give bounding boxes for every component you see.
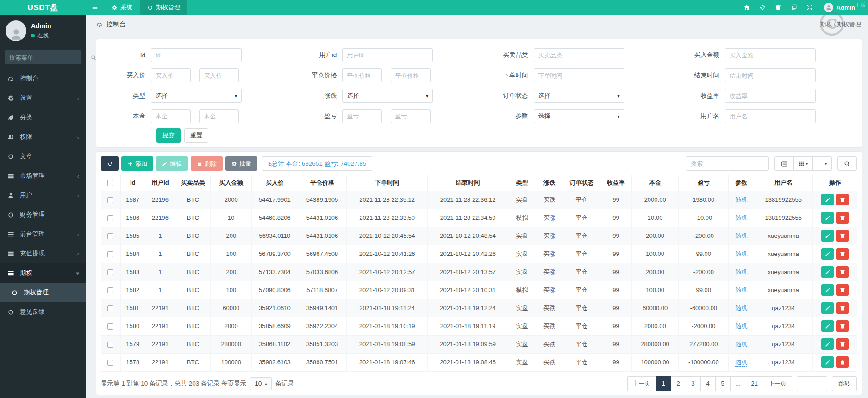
sidebar-item-设置[interactable]: 设置‹ [0, 88, 86, 108]
edit-row-button[interactable] [821, 338, 834, 350]
breadcrumb-parent[interactable]: 期权 [820, 21, 832, 28]
home-button[interactable] [739, 4, 755, 11]
column-header-本金[interactable]: 本金 [631, 175, 679, 191]
edit-row-button[interactable] [821, 212, 834, 224]
page-button-21[interactable]: 21 [746, 376, 763, 391]
row-checkbox[interactable] [107, 197, 113, 203]
sidebar-item-意见反馈[interactable]: 意见反馈 [0, 302, 86, 322]
filter-input-平仓价格-max[interactable] [391, 68, 431, 82]
param-link[interactable]: 随机 [735, 341, 747, 348]
column-header-结束时间[interactable]: 结束时间 [427, 175, 508, 191]
column-header-平仓价格[interactable]: 平仓价格 [298, 175, 347, 191]
refresh-table-button[interactable] [101, 156, 119, 171]
sidebar-item-分类[interactable]: 分类 [0, 108, 86, 127]
param-link[interactable]: 随机 [735, 359, 747, 367]
edit-row-button[interactable] [821, 320, 834, 332]
delete-row-button[interactable] [836, 284, 849, 296]
param-link[interactable]: 随机 [735, 196, 747, 204]
submit-button[interactable]: 提交 [156, 128, 181, 143]
filter-input-买入价-max[interactable] [199, 68, 239, 82]
reset-button[interactable]: 重置 [184, 128, 208, 143]
param-link[interactable]: 随机 [735, 232, 747, 240]
filter-input-买卖品类[interactable] [534, 48, 624, 62]
prev-page-button[interactable]: 上一页 [627, 376, 656, 391]
filter-input-盈亏-min[interactable] [342, 109, 382, 123]
nav-tab-option-management[interactable]: 期权管理 [140, 0, 187, 15]
page-button-4[interactable]: 4 [700, 376, 716, 391]
search-toggle-button[interactable] [837, 156, 857, 171]
row-checkbox[interactable] [107, 269, 113, 275]
filter-input-收益率[interactable] [725, 89, 816, 103]
export-button[interactable]: ▾ [812, 156, 832, 171]
filter-input-平仓价格-min[interactable] [342, 68, 382, 82]
filter-input-本金-max[interactable] [199, 109, 239, 123]
edit-row-button[interactable] [821, 230, 834, 242]
delete-row-button[interactable] [836, 194, 849, 205]
delete-row-button[interactable] [836, 338, 849, 350]
param-link[interactable]: 随机 [735, 250, 747, 258]
column-header-下单时间[interactable]: 下单时间 [347, 175, 428, 191]
filter-input-本金-min[interactable] [151, 109, 191, 123]
filter-select-类型[interactable]: 选择▾ [151, 89, 242, 103]
param-link[interactable]: 随机 [735, 268, 747, 276]
column-header-买卖品类[interactable]: 买卖品类 [175, 175, 211, 191]
delete-row-button[interactable] [836, 230, 849, 242]
column-header-操作[interactable]: 操作 [813, 175, 857, 191]
sidebar-item-文章[interactable]: 文章 [0, 147, 86, 166]
add-button[interactable]: 添加 [121, 156, 153, 171]
param-link[interactable]: 随机 [735, 323, 747, 330]
filter-input-买入金额[interactable] [725, 48, 816, 62]
delete-row-button[interactable] [836, 356, 849, 368]
row-checkbox[interactable] [107, 323, 113, 330]
param-link[interactable]: 随机 [735, 305, 747, 312]
filter-select-参数[interactable]: 选择▾ [534, 109, 624, 123]
sidebar-item-期权[interactable]: 期权▾ [0, 263, 86, 283]
edit-row-button[interactable] [821, 266, 834, 278]
column-header-涨跌[interactable]: 涨跌 [536, 175, 563, 191]
table-search-input[interactable] [686, 156, 769, 171]
edit-row-button[interactable] [821, 302, 834, 314]
delete-row-button[interactable] [836, 212, 849, 224]
column-header-类型[interactable]: 类型 [508, 175, 536, 191]
sidebar-item-市场管理[interactable]: 市场管理‹ [0, 166, 86, 186]
column-header-用户名[interactable]: 用户名 [754, 175, 813, 191]
filter-input-下单时间[interactable] [534, 68, 624, 82]
select-all-checkbox[interactable] [107, 180, 113, 186]
columns-button[interactable]: ▾ [793, 156, 813, 171]
delete-row-button[interactable] [836, 320, 849, 332]
row-checkbox[interactable] [107, 287, 113, 293]
avatar[interactable] [824, 3, 833, 12]
sidebar-toggle-button[interactable] [86, 0, 104, 15]
edit-row-button[interactable] [821, 356, 834, 368]
filter-select-涨跌[interactable]: 选择▾ [342, 89, 433, 103]
delete-row-button[interactable] [836, 266, 849, 278]
column-header-用户id[interactable]: 用户id [145, 175, 175, 191]
row-checkbox[interactable] [107, 233, 113, 239]
sidebar-item-财务管理[interactable]: 财务管理 [0, 205, 86, 224]
filter-select-订单状态[interactable]: 选择▾ [534, 89, 624, 103]
column-header-参数[interactable]: 参数 [729, 175, 754, 191]
filter-input-买入价-min[interactable] [151, 68, 191, 82]
column-header-Id[interactable]: Id [120, 175, 145, 191]
row-checkbox[interactable] [107, 305, 113, 311]
row-checkbox[interactable] [107, 360, 113, 366]
refresh-button[interactable] [755, 4, 770, 11]
delete-row-button[interactable] [836, 248, 849, 260]
sidebar-item-充值提现[interactable]: 充值提现‹ [0, 244, 86, 263]
filter-input-结束时间[interactable] [725, 68, 816, 82]
sidebar-item-用户[interactable]: 用户‹ [0, 186, 86, 205]
batch-button[interactable]: 批量 [225, 156, 257, 171]
row-checkbox[interactable] [107, 251, 113, 257]
column-header-订单状态[interactable]: 订单状态 [563, 175, 600, 191]
row-checkbox[interactable] [107, 342, 113, 348]
nav-tab-system[interactable]: 系统 [104, 0, 140, 15]
sidebar-item-期权管理[interactable]: 期权管理 [0, 283, 86, 302]
fullscreen-button[interactable] [802, 4, 818, 11]
row-checkbox[interactable] [107, 215, 113, 221]
param-link[interactable]: 随机 [735, 214, 747, 222]
navbar-username[interactable]: Admin [837, 4, 855, 11]
page-button-5[interactable]: 5 [715, 376, 731, 391]
page-button-2[interactable]: 2 [671, 376, 686, 391]
next-page-button[interactable]: 下一页 [763, 376, 792, 391]
sidebar-item-控制台[interactable]: 控制台 [0, 69, 86, 88]
